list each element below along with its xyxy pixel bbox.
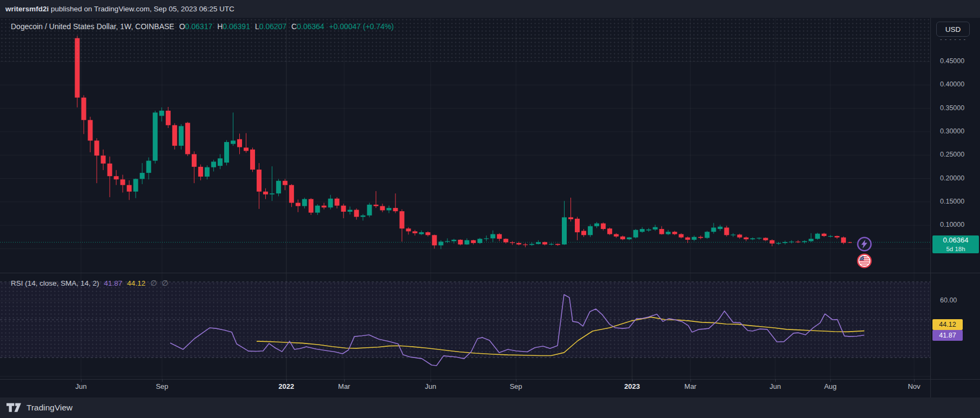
ohlc-close: C0.06364: [291, 22, 324, 31]
currency-toggle-button[interactable]: USD: [936, 22, 970, 37]
change-value: +0.00047 (+0.74%): [329, 22, 394, 31]
time-axis-label-sep: Sep: [156, 382, 168, 390]
rsi-sma-value: 44.12: [127, 279, 145, 287]
time-axis-tick: [344, 379, 345, 382]
lightning-idea-bubble[interactable]: [856, 236, 872, 252]
pane-separator-main-rsi[interactable]: [0, 273, 980, 273]
time-axis-tick: [431, 379, 431, 382]
time-axis-tick: [914, 379, 915, 382]
ohlc-low: L0.06207: [255, 22, 286, 31]
time-axis-label-sep: Sep: [509, 382, 522, 390]
pane-separator-rsi-timeaxis: [0, 379, 980, 380]
time-axis-label-mar: Mar: [338, 382, 350, 390]
ohlc-high: H0.06391: [217, 22, 250, 31]
time-axis-label-nov: Nov: [908, 382, 920, 390]
publish-bar: writersmfd2i published on TradingView.co…: [0, 0, 980, 18]
rsi-empty-value-2: ∅: [162, 279, 168, 287]
time-axis-tick: [830, 379, 831, 382]
time-axis-label-mar: Mar: [684, 382, 696, 390]
dot-pattern-rsi-band: [0, 282, 930, 358]
time-axis-label-2023: 2023: [625, 382, 640, 390]
rsi-value-badge: 41.87: [932, 330, 963, 341]
time-axis-tick: [632, 379, 633, 382]
bar-countdown: 5d 18h: [932, 245, 979, 253]
tradingview-logo-icon[interactable]: [6, 403, 21, 413]
ohlc-open: O0.06317: [179, 22, 213, 31]
price-axis-label: 0.35000: [940, 104, 978, 112]
time-axis-tick: [516, 379, 516, 382]
time-axis-tick: [775, 379, 776, 382]
price-axis-label: 0.25000: [940, 151, 978, 158]
rsi-axis-label-60: 60.00: [940, 296, 957, 304]
time-axis-label-aug: Aug: [824, 382, 836, 390]
price-axis-label: 0.40000: [940, 80, 978, 88]
footer-bar: TradingView: [0, 397, 980, 418]
rsi-title[interactable]: RSI (14, close, SMA, 14, 2): [11, 279, 99, 287]
price-axis-label: 0.20000: [940, 174, 978, 182]
time-axis-tick: [162, 379, 163, 382]
price-axis-border: [930, 18, 931, 397]
last-price-value: 0.06364: [932, 235, 979, 245]
publisher-username: writersmfd2i: [5, 5, 49, 13]
last-price-badge: 0.06364 5d 18h: [932, 235, 979, 253]
tradingview-snapshot: writersmfd2i published on TradingView.co…: [0, 0, 980, 418]
time-axis-tick: [81, 379, 82, 382]
symbol-legend[interactable]: Dogecoin / United States Dollar, 1W, COI…: [11, 21, 394, 32]
rsi-legend[interactable]: RSI (14, close, SMA, 14, 2) 41.87 44.12 …: [11, 278, 169, 288]
us-flag-icon: [856, 253, 872, 269]
rsi-sma-badge: 44.12: [932, 319, 963, 330]
lightning-icon: [856, 236, 872, 252]
time-axis-tick: [690, 379, 691, 382]
tradingview-wordmark[interactable]: TradingView: [26, 403, 72, 413]
flag-idea-bubble[interactable]: [856, 253, 872, 269]
time-axis-label-jun: Jun: [425, 382, 437, 390]
price-axis-label: 0.45000: [940, 57, 978, 65]
price-axis-label: 0.10000: [940, 221, 978, 228]
publish-info: published on TradingView.com, Sep 05, 20…: [49, 5, 234, 13]
time-axis-tick: [286, 379, 287, 382]
price-label-clipped: - - - - - -: [940, 36, 966, 42]
price-axis-label: 0.30000: [940, 127, 978, 135]
rsi-current-value: 41.87: [104, 279, 123, 287]
time-axis-label-jun: Jun: [770, 382, 781, 390]
time-axis-label-2022: 2022: [279, 382, 294, 390]
symbol-title[interactable]: Dogecoin / United States Dollar, 1W, COI…: [11, 22, 174, 31]
price-axis-label: 0.15000: [940, 198, 978, 205]
rsi-empty-value-1: ∅: [150, 279, 157, 287]
time-axis-label-jun: Jun: [76, 382, 87, 390]
